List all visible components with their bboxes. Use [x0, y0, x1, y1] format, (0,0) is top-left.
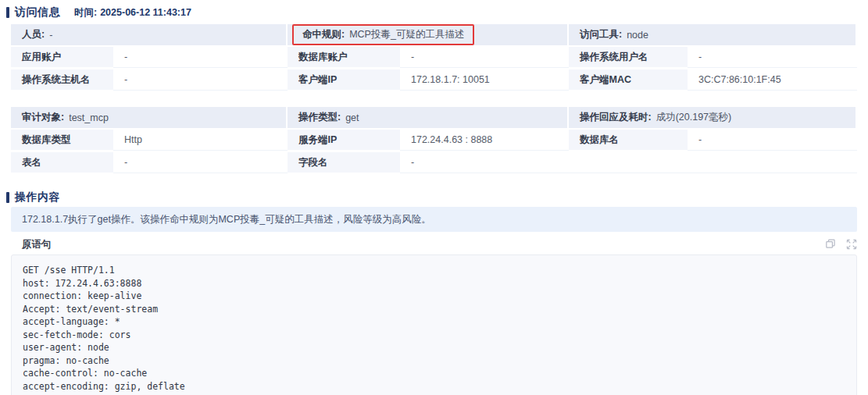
- access-tool-label: 访问工具:: [580, 28, 622, 41]
- field-value-column-name: -: [400, 152, 569, 173]
- audit-object-label: 审计对象:: [22, 111, 64, 124]
- raw-statement-label: 原语句: [22, 238, 52, 251]
- field-value-db-type: Http: [113, 130, 288, 151]
- field-label-column-name: 字段名: [288, 152, 400, 173]
- title-accent-bar: [6, 7, 9, 18]
- raw-statement-actions: [825, 239, 857, 250]
- summary-cell-operation-type: 操作类型: get: [288, 107, 569, 128]
- raw-statement-code-block: GET /sse HTTP/1.1 host: 172.24.4.63:8888…: [11, 254, 857, 395]
- field-value-app-account: -: [113, 47, 288, 68]
- section-title-operation-content: 操作内容: [15, 190, 60, 205]
- summary-cell-hit-rule: 命中规则: MCP投毒_可疑的工具描述: [288, 24, 569, 45]
- hit-rule-highlight-box: 命中规则: MCP投毒_可疑的工具描述: [292, 24, 474, 45]
- audit-object-value: test_mcp: [69, 112, 109, 123]
- summary-cell-response-time: 操作回应及耗时: 成功(20.197毫秒): [569, 107, 857, 128]
- access-time-label: 时间:: [74, 7, 97, 18]
- person-value: -: [49, 30, 52, 41]
- operation-content-title-row: 操作内容: [6, 191, 857, 204]
- field-value-db-name: -: [688, 130, 857, 151]
- access-time-value: 2025-06-12 11:43:17: [100, 7, 191, 18]
- section-title-access-info: 访问信息: [15, 5, 60, 20]
- person-label: 人员:: [22, 28, 45, 41]
- field-label-db-name: 数据库名: [569, 130, 688, 151]
- field-value-table-name: -: [113, 152, 288, 173]
- field-value-os-username: -: [688, 47, 857, 68]
- access-time: 时间:2025-06-12 11:43:17: [74, 6, 191, 20]
- field-empty-cell: [569, 152, 688, 173]
- copy-icon[interactable]: [825, 239, 836, 250]
- raw-statement-header: 原语句: [11, 237, 857, 252]
- table-gap: [6, 91, 857, 101]
- field-label-client-ip: 客户端IP: [288, 69, 400, 91]
- field-label-os-username: 操作系统用户名: [569, 47, 688, 68]
- field-value-client-ip: 172.18.1.7: 10051: [400, 69, 569, 91]
- field-value-db-account: -: [400, 47, 569, 68]
- raw-statement-text: GET /sse HTTP/1.1 host: 172.24.4.63:8888…: [23, 264, 845, 393]
- summary-cell-audit-object: 审计对象: test_mcp: [11, 107, 288, 128]
- audit-event-detail-page: 访问信息 时间:2025-06-12 11:43:17 人员: - 命中规则: …: [0, 0, 868, 395]
- field-label-server-ip: 服务端IP: [288, 130, 400, 151]
- field-label-client-mac: 客户端MAC: [569, 69, 688, 91]
- response-time-value: 成功(20.197毫秒): [656, 111, 732, 124]
- expand-icon[interactable]: [846, 239, 857, 250]
- access-info-table: 人员: - 命中规则: MCP投毒_可疑的工具描述 访问工具: node 应用账…: [11, 24, 857, 91]
- audit-info-table: 审计对象: test_mcp 操作类型: get 操作回应及耗时: 成功(20.…: [11, 107, 857, 173]
- operation-type-label: 操作类型:: [298, 111, 341, 124]
- field-empty-cell: [688, 152, 857, 173]
- field-label-db-account: 数据库账户: [288, 47, 400, 68]
- field-value-server-ip: 172.24.4.63 : 8888: [400, 130, 569, 151]
- field-label-app-account: 应用账户: [11, 47, 113, 68]
- field-value-client-mac: 3C:C7:86:10:1F:45: [688, 69, 857, 91]
- hit-rule-label: 命中规则:: [302, 28, 345, 41]
- field-label-db-type: 数据库类型: [11, 130, 113, 151]
- operation-type-value: get: [345, 112, 359, 123]
- operation-description-banner: 172.18.1.7执行了get操作。该操作命中规则为MCP投毒_可疑的工具描述…: [11, 207, 857, 232]
- access-tool-value: node: [627, 30, 648, 41]
- summary-cell-access-tool: 访问工具: node: [569, 24, 857, 45]
- hit-rule-value: MCP投毒_可疑的工具描述: [349, 28, 464, 41]
- field-label-table-name: 表名: [11, 152, 113, 173]
- access-info-title-row: 访问信息 时间:2025-06-12 11:43:17: [6, 6, 857, 19]
- summary-cell-person: 人员: -: [11, 24, 288, 45]
- operation-description-text: 172.18.1.7执行了get操作。该操作命中规则为MCP投毒_可疑的工具描述…: [22, 213, 431, 226]
- field-value-os-hostname: -: [113, 69, 288, 91]
- field-label-os-hostname: 操作系统主机名: [11, 69, 113, 91]
- title-accent-bar: [6, 192, 9, 203]
- response-time-label: 操作回应及耗时:: [580, 111, 652, 124]
